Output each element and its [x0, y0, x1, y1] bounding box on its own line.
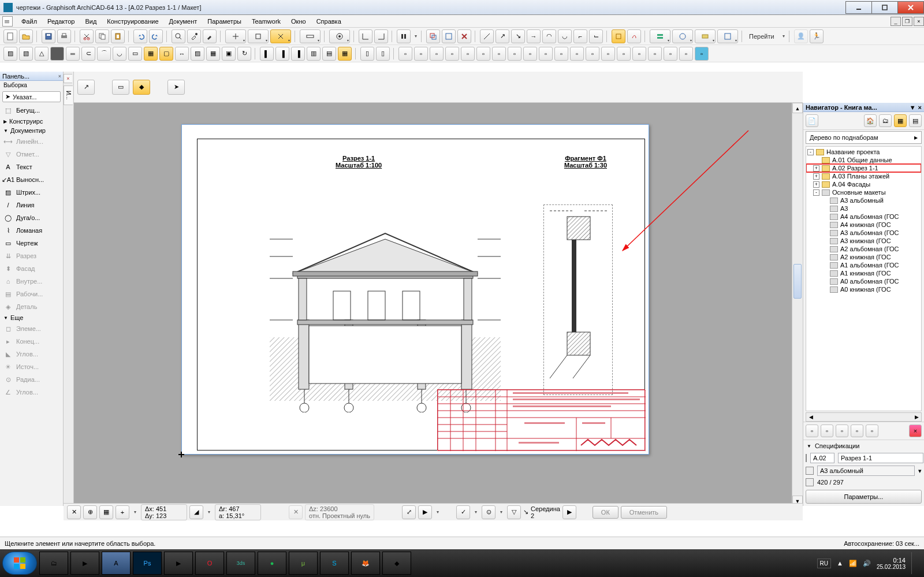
layer-button[interactable]: ▾	[650, 29, 670, 43]
goto-dropdown-icon[interactable]: ▾	[783, 33, 785, 39]
mb-z-icon[interactable]: ✕	[289, 505, 303, 519]
mb-dd2[interactable]: ▾	[208, 509, 210, 515]
mb-snap1[interactable]: ⤢	[402, 505, 416, 519]
tool-marquee[interactable]: ⬚Бегущ...	[0, 104, 63, 117]
tree-item[interactable]: +A.02 Разрез 1-1	[806, 164, 921, 172]
arc-btn[interactable]: ◠	[542, 29, 556, 43]
drawing-canvas[interactable]: Разрез 1-1 Масштаб 1:100 Фрагмент Ф1 Мас…	[74, 103, 803, 506]
page-handle[interactable]	[178, 452, 184, 457]
menu-help[interactable]: Справка	[311, 16, 346, 27]
hatch2-tool[interactable]: ▧	[19, 47, 33, 61]
pointer-tool[interactable]: ➤ Указат...	[2, 91, 61, 102]
navigator-tree[interactable]: -Название проектаA.01 Общие данные+A.02 …	[806, 146, 922, 411]
tree-item[interactable]: A3 альбомный	[806, 196, 921, 204]
tree-item[interactable]: A0 книжная (ГОС	[806, 285, 921, 293]
mb-angle-icon[interactable]: ◢	[189, 505, 203, 519]
align-center[interactable]: ▐	[275, 47, 289, 61]
roof-tool[interactable]: ═	[66, 47, 80, 61]
t5[interactable]: ▫	[461, 47, 475, 61]
measure-btn-3[interactable]: ↘	[511, 29, 525, 43]
distribute[interactable]: ▥	[307, 47, 321, 61]
layout-code-input[interactable]	[810, 453, 834, 463]
t6[interactable]: ▫	[476, 47, 490, 61]
tree-item[interactable]: +A.04 Фасады	[806, 180, 921, 188]
tray-sound-icon[interactable]: 🔊	[863, 560, 871, 567]
guide-button[interactable]	[359, 29, 372, 43]
mb-gravity[interactable]: ▽	[507, 505, 521, 519]
arc-tool[interactable]: ⊂	[81, 47, 95, 61]
t13[interactable]: ▫	[586, 47, 599, 61]
undo-button[interactable]	[133, 29, 147, 43]
toolbox-section[interactable]: ▼Еще	[0, 313, 63, 322]
rotate-tool[interactable]: ↻	[237, 47, 251, 61]
col2[interactable]: ▯	[376, 47, 390, 61]
nav-menu-icon[interactable]: ▼	[910, 104, 916, 111]
run-button[interactable]: 🏃	[810, 29, 824, 43]
task-explorer[interactable]: 🗂	[39, 552, 68, 575]
paste-button[interactable]	[111, 29, 125, 43]
copy-button[interactable]	[95, 29, 109, 43]
corner-btn[interactable]: ⌐	[573, 29, 587, 43]
expand-icon[interactable]: -	[813, 189, 819, 196]
walk-button[interactable]: 👤	[794, 29, 808, 43]
mb-plus[interactable]: +	[116, 505, 129, 519]
fill-tool[interactable]: ▦	[144, 47, 158, 61]
master-name-input[interactable]	[817, 466, 915, 476]
diag-tool[interactable]: ▨	[191, 47, 204, 61]
t2[interactable]: ▫	[414, 47, 428, 61]
expand-icon[interactable]: +	[813, 165, 819, 172]
arc-btn-2[interactable]: ◡	[558, 29, 572, 43]
tray-network-icon[interactable]: 📶	[849, 560, 857, 567]
marker-button[interactable]	[627, 29, 641, 43]
task-ps[interactable]: Ps	[133, 552, 162, 575]
extrude-tool[interactable]: ↔	[175, 47, 189, 61]
grid-tool[interactable]: ▦	[338, 47, 352, 61]
tree-item[interactable]: +A.03 Планы этажей	[806, 172, 921, 180]
t7[interactable]: ▫	[492, 47, 506, 61]
view-3d-button[interactable]	[612, 29, 625, 43]
hscroll-left-icon[interactable]: ◀	[806, 414, 815, 420]
tree-item[interactable]: A4 альбомная (ГОС	[806, 213, 921, 221]
menu-document[interactable]: Документ	[164, 16, 203, 27]
col1[interactable]: ▯	[360, 47, 374, 61]
tool-poly[interactable]: ⌇Ломаная	[0, 224, 63, 237]
tree-item[interactable]: A.01 Общие данные	[806, 156, 921, 164]
measure-btn-4[interactable]: →	[527, 29, 541, 43]
tool-line[interactable]: /Линия	[0, 199, 63, 211]
menu-file[interactable]: Файл	[16, 16, 42, 27]
vertical-scrollbar[interactable]: ▲ ▼	[792, 103, 803, 506]
nav-organizer-button[interactable]: ▤	[909, 114, 922, 127]
tree-item[interactable]: A3	[806, 204, 921, 213]
expand-icon[interactable]: +	[813, 181, 819, 188]
nav-update[interactable]: ▫	[851, 425, 863, 437]
ok-button[interactable]: ОК	[593, 506, 619, 519]
mb-x-icon[interactable]: ✕	[67, 505, 81, 519]
arc2-tool[interactable]: ⌒	[97, 47, 111, 61]
snap-mode-button[interactable]: ▾	[248, 29, 269, 43]
spec-header[interactable]: ▼ Спецификации	[803, 440, 924, 452]
t16[interactable]: ▫	[632, 47, 646, 61]
menu-window[interactable]: Окно	[286, 16, 311, 27]
tree-item[interactable]: A3 альбомная (ГОС	[806, 229, 921, 237]
window-tool[interactable]: ▣	[222, 47, 236, 61]
align-right[interactable]: ▐	[291, 47, 305, 61]
t3[interactable]: ▫	[430, 47, 444, 61]
tool-text[interactable]: AТекст	[0, 161, 63, 173]
slab-tool[interactable]	[50, 47, 64, 61]
tree-hscroll[interactable]: ◀ ▶	[806, 412, 922, 422]
layout-name-input[interactable]	[838, 453, 923, 463]
grid-snap-button[interactable]: ▾	[270, 29, 291, 43]
inject-button[interactable]	[203, 29, 217, 43]
scale-button[interactable]: ▾	[672, 29, 693, 43]
clock[interactable]: 0:14 25.02.2013	[877, 557, 906, 570]
nav-publisher-button[interactable]: ▦	[894, 114, 907, 127]
toolbox-close-icon[interactable]: ×	[58, 73, 61, 79]
task-spotify[interactable]: ●	[258, 552, 286, 575]
opt-cursor[interactable]: ➤	[167, 80, 185, 95]
nav-new-folder[interactable]: ▫	[821, 425, 833, 437]
tray-flag-icon[interactable]: ▲	[837, 560, 843, 567]
tree-item[interactable]: A1 книжная (ГОС	[806, 269, 921, 277]
tool-drawing[interactable]: ▭Чертеж	[0, 237, 63, 250]
filter-button[interactable]: ▾	[695, 29, 716, 43]
measure-button[interactable]	[480, 29, 494, 43]
